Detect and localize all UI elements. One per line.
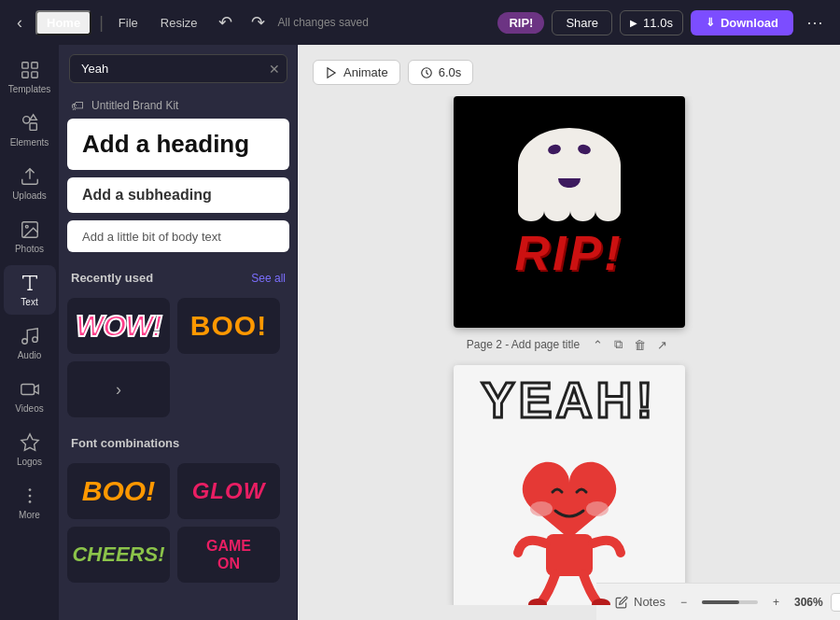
file-button[interactable]: File (111, 12, 146, 34)
svg-point-20 (586, 501, 609, 516)
game-on-item[interactable]: GAMEON (177, 527, 280, 583)
svg-point-4 (22, 117, 29, 123)
page-1-canvas[interactable]: RIP! (454, 96, 685, 328)
animate-bar: Animate 6.0s (313, 60, 473, 85)
ghost-eyes (548, 145, 591, 154)
more-styles-item[interactable]: › (67, 361, 170, 417)
svg-rect-21 (546, 534, 593, 576)
ghost-bottom (518, 201, 621, 221)
search-input[interactable] (69, 54, 287, 83)
svg-point-16 (28, 495, 31, 498)
ghost-body (518, 128, 621, 203)
body-text: Add a little bit of body text (82, 230, 221, 244)
sidebar-item-more[interactable]: More (4, 478, 56, 528)
add-subheading-item[interactable]: Add a subheading (67, 177, 289, 213)
icon-sidebar: Templates Elements Uploads Photos (0, 45, 60, 620)
ghost-bump-3 (570, 201, 595, 221)
heading-text: Add a heading (82, 130, 274, 159)
zoom-level: 306% (794, 596, 823, 609)
brand-kit-bar[interactable]: 🏷 Untitled Brand Kit (60, 92, 297, 119)
uploads-label: Uploads (12, 190, 47, 201)
game-on-text: GAMEON (206, 537, 251, 572)
home-button[interactable]: Home (35, 10, 91, 35)
zoom-track (702, 600, 739, 604)
heart-svg (495, 445, 644, 605)
page-copy[interactable]: ⧉ (610, 335, 626, 354)
rip-text: RIP! (515, 229, 623, 277)
pages-container: RIP! Page 2 - Add page title ⌃ ⧉ 🗑 ↗ (313, 96, 825, 605)
boo-style-item[interactable]: BOO! (177, 298, 280, 354)
more-options-button[interactable]: ⋯ (801, 8, 829, 36)
bottombar-right: − + 306% 📄 2 ⤢ ? (673, 591, 840, 613)
boo-text: BOO! (190, 310, 267, 342)
cheers-text: CHEERS! (72, 542, 164, 567)
download-icon: ⇓ (706, 16, 715, 29)
add-body-item[interactable]: Add a little bit of body text (67, 220, 289, 252)
topbar-right: RIP! Share ▶ 11.0s ⇓ Download ⋯ (497, 8, 829, 36)
boo-outline-item[interactable]: BOO! (67, 463, 170, 519)
photos-label: Photos (15, 244, 44, 254)
sidebar-item-text[interactable]: Text (4, 265, 56, 315)
page-2-canvas[interactable]: YEAH! (454, 365, 685, 605)
download-button[interactable]: ⇓ Download (691, 10, 793, 35)
text-icon (20, 273, 40, 293)
cheers-item[interactable]: CHEERS! (67, 527, 170, 583)
font-combinations-title: Font combinations (71, 436, 179, 450)
ghost-scene: RIP! (454, 96, 685, 328)
page-share[interactable]: ↗ (653, 335, 671, 354)
recently-used-header: Recently used See all (67, 263, 289, 292)
video-icon (20, 379, 40, 400)
subheading-text: Add a subheading (82, 187, 274, 204)
videos-label: Videos (15, 403, 43, 414)
wow-style-item[interactable]: WOW! (67, 298, 170, 354)
time-button[interactable]: 6.0s (408, 60, 474, 85)
rip-badge[interactable]: RIP! (497, 12, 544, 34)
svg-point-12 (32, 337, 37, 343)
ghost-bump-1 (518, 201, 544, 221)
sidebar-item-templates[interactable]: Templates (4, 52, 56, 102)
page-nav-up[interactable]: ⌃ (589, 335, 607, 354)
duration-button[interactable]: ▶ 11.0s (620, 10, 683, 35)
add-heading-item[interactable]: Add a heading (67, 119, 289, 170)
svg-rect-5 (30, 123, 36, 130)
page-delete[interactable]: 🗑 (630, 335, 650, 354)
star-icon (20, 432, 40, 453)
svg-point-19 (530, 501, 553, 516)
ghost-left-eye (546, 143, 561, 155)
animate-button[interactable]: Animate (313, 60, 400, 85)
zoom-slider[interactable] (702, 600, 758, 604)
sidebar-item-logos[interactable]: Logos (4, 425, 56, 474)
rip-text-container: RIP! (515, 229, 623, 277)
more-label: More (19, 510, 40, 520)
back-button[interactable]: ‹ (11, 9, 28, 36)
page-nav-icons: ⌃ ⧉ 🗑 ↗ (589, 335, 671, 354)
svg-point-15 (28, 488, 31, 491)
topbar: ‹ Home | File Resize ↶ ↷ All changes sav… (0, 0, 840, 45)
resize-button[interactable]: Resize (153, 12, 205, 34)
svg-rect-0 (21, 63, 27, 68)
ghost-bump-2 (544, 201, 570, 221)
page-1-label-text: Page 2 - Add page title (467, 338, 580, 351)
brand-kit-icon: 🏷 (71, 98, 84, 113)
ghost-right-eye (576, 143, 591, 155)
zoom-in-button[interactable]: + (765, 592, 787, 613)
see-all-button[interactable]: See all (251, 272, 286, 285)
redo-button[interactable]: ↷ (245, 8, 271, 36)
ghost-mouth (558, 178, 581, 188)
recently-used-grid: WOW! BOO! › (67, 298, 289, 417)
animate-label: Animate (343, 65, 388, 79)
sidebar-item-photos[interactable]: Photos (4, 212, 56, 261)
text-label: Text (21, 297, 37, 307)
svg-rect-2 (21, 72, 27, 78)
glow-item[interactable]: GLOW (177, 463, 280, 519)
search-clear-button[interactable]: ✕ (269, 62, 280, 77)
zoom-out-button[interactable]: − (673, 592, 694, 613)
sidebar-item-audio[interactable]: Audio (4, 318, 56, 368)
audio-label: Audio (18, 350, 42, 360)
share-button[interactable]: Share (552, 10, 612, 35)
sidebar-item-uploads[interactable]: Uploads (4, 159, 56, 208)
sidebar-item-videos[interactable]: Videos (4, 372, 56, 421)
sidebar-item-elements[interactable]: Elements (4, 106, 56, 155)
page-2-wrapper: YEAH! (313, 365, 825, 605)
undo-button[interactable]: ↶ (213, 8, 238, 36)
